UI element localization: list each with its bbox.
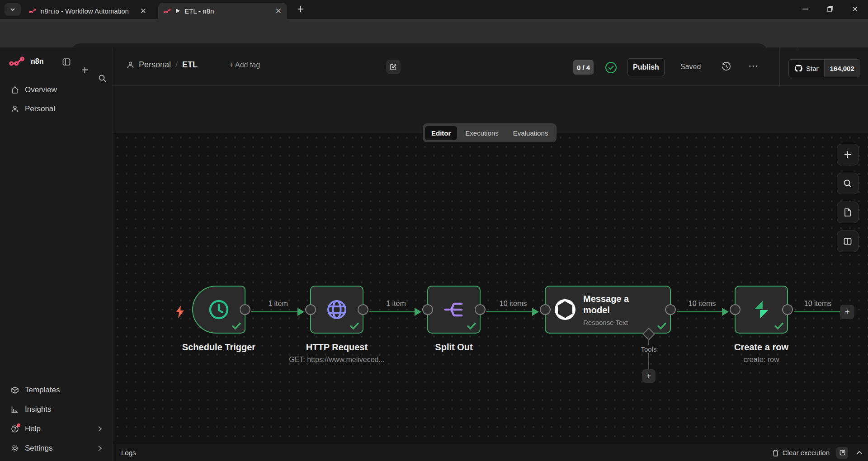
window-close-button[interactable] [844, 0, 865, 18]
connection-arrow [532, 308, 539, 316]
window-minimize-button[interactable] [795, 0, 816, 18]
connection-items-label: 1 item [268, 300, 288, 308]
github-icon [794, 64, 803, 73]
new-tab-button[interactable] [296, 5, 305, 14]
file-icon [843, 208, 852, 217]
tab-title: ETL - n8n [184, 7, 271, 15]
edit-pencil-icon [390, 63, 397, 71]
split-panel-icon [843, 237, 852, 246]
success-check-icon [656, 320, 668, 332]
connection-arrow [415, 308, 421, 316]
clear-execution-button[interactable]: Clear execution [772, 449, 830, 456]
input-port[interactable] [305, 304, 316, 315]
workflow-header: Personal / ETL + Add tag 0 / 4 Publish S… [113, 47, 868, 86]
open-logs-window-button[interactable] [836, 447, 848, 459]
breadcrumb-project[interactable]: Personal [139, 60, 171, 70]
check-circle-icon [605, 61, 617, 74]
tab-evaluations[interactable]: Evaluations [507, 126, 555, 140]
connection-arrow [297, 308, 304, 316]
github-star-button[interactable]: Star [789, 60, 824, 77]
output-port[interactable] [240, 304, 250, 315]
sidebar-item-settings[interactable]: Settings [6, 440, 107, 456]
browser-tab-inactive[interactable]: n8n.io - Workflow Automation ✕ [24, 3, 152, 19]
tab-close-icon[interactable]: ✕ [275, 7, 282, 15]
sidebar-item-personal[interactable]: Personal [6, 101, 107, 117]
node-sublabel: create: row [693, 356, 829, 364]
expand-logs-button[interactable] [856, 451, 863, 455]
window-maximize-button[interactable] [819, 0, 840, 18]
add-tool-button[interactable]: + [642, 369, 656, 383]
trash-icon [772, 449, 779, 456]
search-icon [843, 179, 852, 188]
output-port[interactable] [782, 304, 793, 315]
sidebar-item-overview[interactable]: Overview [6, 82, 107, 98]
open-nodes-panel-button[interactable] [837, 144, 859, 165]
box-icon [11, 386, 19, 394]
view-tabs: Editor Executions Evaluations [423, 123, 557, 142]
plus-icon [296, 5, 305, 14]
tab-editor[interactable]: Editor [425, 126, 457, 140]
tab-executions[interactable]: Executions [459, 126, 505, 140]
input-port[interactable] [422, 304, 433, 315]
chevron-up-icon [856, 451, 863, 455]
sidebar-item-help[interactable]: Help [6, 421, 107, 437]
sidebar: n8n Overview Personal Template [0, 47, 113, 461]
add-node-inline-button[interactable]: + [840, 305, 854, 319]
saved-status: Saved [680, 63, 701, 71]
tab-search-chevron-button[interactable] [5, 3, 21, 16]
node-label: Schedule Trigger [165, 342, 273, 353]
node-split-out[interactable] [427, 286, 481, 334]
output-port[interactable] [475, 304, 486, 315]
connection-items-label: 1 item [386, 300, 406, 308]
history-clock-icon [721, 61, 731, 72]
github-star-count[interactable]: 164,002 [824, 60, 860, 77]
bar-chart-icon [11, 405, 19, 414]
breadcrumb-separator: / [175, 60, 178, 70]
clock-icon [208, 299, 230, 320]
sidebar-item-label: Settings [25, 444, 52, 453]
tab-playing-icon [175, 8, 180, 14]
workflow-name[interactable]: ETL [182, 60, 198, 70]
node-sublabel: GET: https://www.melivecod... [269, 356, 405, 364]
workflow-canvas[interactable]: 1 item 1 item 10 items 10 items 10 items… [113, 133, 868, 461]
logs-panel-header[interactable]: Logs Clear execution [113, 444, 868, 461]
success-check-icon [231, 320, 242, 332]
add-tag-button[interactable]: + Add tag [229, 61, 260, 69]
n8n-app: n8n Overview Personal Template [0, 47, 868, 461]
plus-icon [80, 66, 89, 74]
tab-close-icon[interactable]: ✕ [140, 7, 146, 15]
gear-icon [11, 444, 19, 452]
home-icon [11, 86, 19, 94]
split-out-icon [443, 299, 465, 320]
browser-toolbar: n8n.srv1068143.hstgr.cloud/workflow/LzDW… [0, 19, 868, 47]
sidebar-item-insights[interactable]: Insights [6, 401, 107, 418]
breadcrumb: Personal / ETL + Add tag [127, 60, 260, 70]
node-http-request[interactable] [310, 286, 363, 334]
connection-items-label: 10 items [500, 300, 527, 308]
node-message-a-model[interactable]: Message amodel Response Text [545, 286, 671, 334]
input-port[interactable] [730, 304, 741, 315]
rename-workflow-button[interactable] [386, 60, 401, 74]
success-check-icon [349, 320, 360, 332]
toggle-panel-button[interactable] [837, 230, 859, 252]
maximize-icon [826, 6, 833, 12]
panel-icon [62, 58, 71, 66]
tools-label: Tools [638, 345, 659, 353]
node-schedule-trigger[interactable] [192, 286, 245, 334]
output-port[interactable] [358, 304, 368, 315]
workflow-menu-button[interactable]: ⋯ [748, 60, 759, 72]
connection-wire [677, 311, 723, 312]
input-port[interactable] [540, 304, 551, 315]
history-button[interactable] [721, 61, 731, 72]
sidebar-item-templates[interactable]: Templates [6, 382, 107, 398]
canvas-search-button[interactable] [837, 173, 859, 194]
chevron-right-icon [98, 445, 102, 452]
sticky-note-button[interactable] [837, 202, 859, 223]
node-create-a-row[interactable] [735, 286, 788, 334]
publish-button[interactable]: Publish [627, 58, 665, 76]
sidebar-item-label: Templates [25, 386, 60, 395]
browser-tab-strip: n8n.io - Workflow Automation ✕ ETL - n8n… [0, 0, 868, 19]
github-star-widget[interactable]: Star 164,002 [788, 59, 860, 77]
output-port[interactable] [665, 304, 676, 315]
browser-tab-active[interactable]: ETL - n8n ✕ [158, 3, 287, 19]
